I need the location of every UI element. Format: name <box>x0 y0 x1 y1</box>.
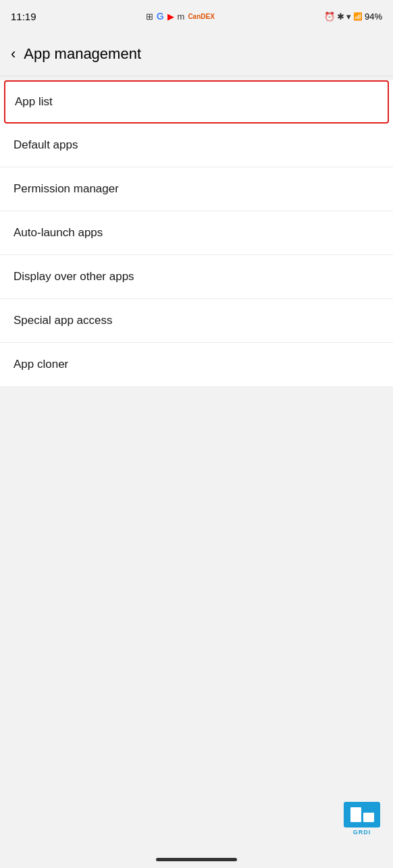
logo-text: GRDI <box>353 829 371 836</box>
menu-item-label: App list <box>15 95 53 108</box>
logo-bar-left <box>350 807 361 822</box>
menu-item-label: Default apps <box>14 138 78 151</box>
menu-item-label: Permission manager <box>14 182 119 195</box>
logo-box <box>344 802 380 828</box>
grid-icon: ⊞ <box>146 11 153 22</box>
google-icon: G <box>157 11 164 22</box>
menu-item-display-over-other-apps[interactable]: Display over other apps <box>0 255 393 299</box>
menu-item-label: Special app access <box>14 314 112 327</box>
menu-item-label: Auto-launch apps <box>14 226 103 239</box>
menu-item-app-list[interactable]: App list <box>4 80 389 124</box>
youtube-icon: ▶ <box>167 11 174 22</box>
menu-item-label: App cloner <box>14 358 68 371</box>
candex-icon: CanDEX <box>188 13 214 20</box>
menu-item-permission-manager[interactable]: Permission manager <box>0 167 393 211</box>
menu-list: App list Default apps Permission manager… <box>0 80 393 386</box>
back-button[interactable]: ‹ <box>11 47 16 61</box>
bluetooth-icon: ✱ <box>337 11 344 22</box>
signal-icon: 📶 <box>353 12 363 21</box>
menu-item-auto-launch-apps[interactable]: Auto-launch apps <box>0 211 393 255</box>
header-divider <box>0 76 393 76</box>
status-center-icons: ⊞ G ▶ m CanDEX <box>146 11 215 22</box>
wifi-icon: ▾ <box>346 11 351 22</box>
menu-item-label: Display over other apps <box>14 270 134 283</box>
page-title: App management <box>24 45 141 63</box>
status-time: 11:19 <box>11 11 36 22</box>
menu-item-default-apps[interactable]: Default apps <box>0 124 393 167</box>
status-bar: 11:19 ⊞ G ▶ m CanDEX ⏰ ✱ ▾ 📶 94% <box>0 0 393 32</box>
battery-percent: 94% <box>365 11 382 22</box>
logo-bar-right <box>363 813 374 822</box>
alarm-icon: ⏰ <box>324 11 335 22</box>
home-indicator[interactable] <box>156 858 237 861</box>
app-header: ‹ App management <box>0 32 393 76</box>
watermark: GRDI <box>342 802 382 834</box>
status-right-icons: ⏰ ✱ ▾ 📶 94% <box>324 11 382 22</box>
menu-item-special-app-access[interactable]: Special app access <box>0 299 393 343</box>
m-icon: m <box>178 11 185 22</box>
menu-item-app-cloner[interactable]: App cloner <box>0 343 393 386</box>
